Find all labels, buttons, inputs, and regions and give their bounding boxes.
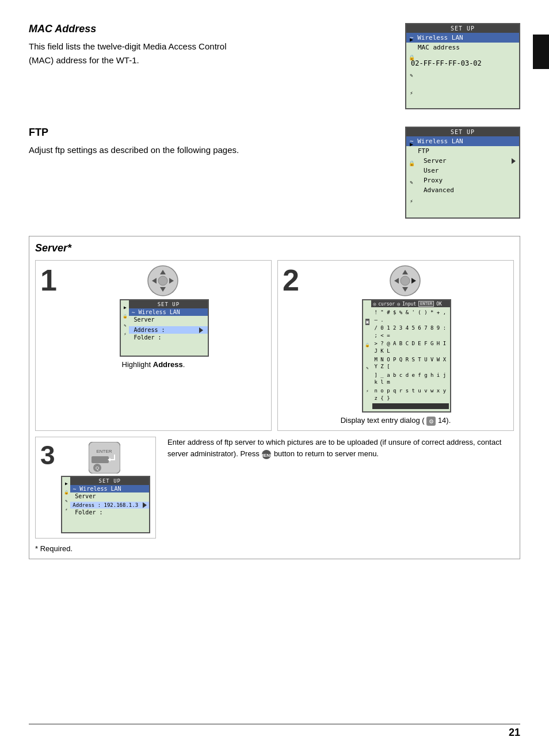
step3-lcd-address: Address : 192.168.1.3 bbox=[70, 502, 149, 509]
svg-text:ENTER: ENTER bbox=[96, 449, 112, 454]
mac-text: MAC Address This field lists the twelve-… bbox=[29, 23, 405, 67]
step1-lcd-wireless: ∼ Wireless LAN bbox=[129, 308, 208, 316]
controller2-icon bbox=[390, 265, 421, 297]
server-section: Server* 1 bbox=[29, 236, 520, 559]
lcd-mac-value: 02-FF-FF-FF-03-02 bbox=[406, 57, 519, 70]
step2-number: 2 bbox=[283, 265, 299, 295]
ftp-text: FTP Adjust ftp settings as described on … bbox=[29, 127, 405, 157]
step1-content: ▶ 🔒 ✎ ⚡ SET UP ∼ Wireless LAN Server bbox=[63, 265, 266, 357]
ftp-description: Adjust ftp settings as described on the … bbox=[29, 143, 394, 157]
mac-title: MAC Address bbox=[29, 23, 394, 35]
step3-lcd-folder: Folder : bbox=[70, 509, 149, 516]
ftp-lcd-server: Server bbox=[406, 156, 519, 166]
svg-rect-15 bbox=[92, 456, 109, 463]
step2-char-display: ! " # $ % & ' ( ) * + , – . / 0 1 2 3 4 … bbox=[371, 307, 450, 411]
step3-lcd-server-label: Server bbox=[70, 492, 149, 500]
step1-lcd-header: SET UP bbox=[129, 300, 208, 308]
lcd-mac-address-label: MAC address bbox=[406, 43, 519, 52]
ftp-lcd-proxy: Proxy bbox=[406, 175, 519, 185]
ftp-lcd-user: User bbox=[406, 166, 519, 175]
step1-lcd-server: Server bbox=[129, 316, 208, 323]
lcd-header-mac: SET UP bbox=[406, 24, 519, 33]
step2-cursor-row: ◎cursor ◎Input ENTEROK bbox=[371, 300, 450, 307]
step3-lcd: ▶ 🔒 ✎ ⚡ SET UP ∼ Wireless LAN Server bbox=[61, 476, 150, 533]
step3-lcd-header: SET UP bbox=[70, 477, 149, 485]
ftp-lcd-wireless: ∼ Wireless LAN bbox=[406, 136, 519, 146]
step2-box: 2 bbox=[277, 260, 514, 431]
step1-lcd-address: Address : bbox=[129, 326, 208, 334]
page: MAC Address This field lists the twelve-… bbox=[0, 0, 549, 756]
ftp-lcd-icons: ▶ 🔒 ✎ ⚡ bbox=[406, 128, 417, 217]
mac-description: This field lists the twelve-digit Media … bbox=[29, 40, 394, 67]
steps-row-12: 1 bbox=[35, 260, 514, 431]
ftp-lcd-advanced: Advanced bbox=[406, 185, 519, 195]
ftp-lcd-screen: ▶ 🔒 ✎ ⚡ SET UP ∼ Wireless LAN FTP Server… bbox=[405, 127, 520, 219]
lcd-selected-item: ∼ Wireless LAN bbox=[406, 33, 519, 43]
mac-section: MAC Address This field lists the twelve-… bbox=[29, 23, 520, 109]
step3-lcd-wireless: ∼ Wireless LAN bbox=[70, 485, 149, 492]
step2-caption: Display text entry dialog ( ⚙ 14). bbox=[341, 416, 451, 426]
ftp-lcd-header: SET UP bbox=[406, 128, 519, 136]
step1-number: 1 bbox=[40, 265, 57, 295]
svg-point-5 bbox=[158, 276, 167, 285]
right-tab bbox=[533, 35, 549, 69]
step2-lcd: ▣ 🔒 ✎ ⚡ ◎cursor ◎Input ENTEROK bbox=[362, 299, 451, 413]
step2-content: ▣ 🔒 ✎ ⚡ ◎cursor ◎Input ENTEROK bbox=[305, 265, 509, 413]
step3-description: Enter address of ftp server to which pic… bbox=[162, 437, 514, 539]
ftp-title: FTP bbox=[29, 127, 394, 139]
svg-point-11 bbox=[401, 276, 410, 285]
server-title: Server* bbox=[35, 242, 514, 254]
svg-text:MENU: MENU bbox=[261, 453, 272, 458]
step1-lcd-folder: Folder : bbox=[129, 334, 208, 341]
menu-button-icon: MENU bbox=[261, 449, 272, 460]
step3-row: 3 ENTER Q bbox=[35, 437, 514, 539]
page-number: 21 bbox=[509, 727, 520, 739]
step1-caption: Highlight Address. bbox=[122, 360, 185, 369]
bottom-line bbox=[29, 724, 520, 724]
step3-box: 3 ENTER Q bbox=[35, 437, 156, 539]
step3-number: 3 bbox=[40, 442, 55, 468]
icon-ref: ⚙ bbox=[426, 417, 436, 426]
controller-icon bbox=[147, 265, 179, 297]
required-note: * Required. bbox=[35, 544, 514, 553]
step1-box: 1 bbox=[35, 260, 272, 431]
lcd-icons: ▶ 🔒 ✎ ⚡ bbox=[406, 24, 417, 108]
enter-button-icon: ENTER Q bbox=[89, 442, 120, 474]
svg-text:⚙: ⚙ bbox=[429, 418, 434, 425]
ftp-section: FTP Adjust ftp settings as described on … bbox=[29, 127, 520, 219]
step2-inner: 2 bbox=[283, 265, 509, 413]
mac-lcd-screen: ▶ 🔒 ✎ ⚡ SET UP ∼ Wireless LAN MAC addres… bbox=[405, 23, 520, 109]
ftp-lcd-ftp-label: FTP bbox=[406, 146, 519, 156]
svg-text:Q: Q bbox=[96, 465, 99, 471]
step1-lcd: ▶ 🔒 ✎ ⚡ SET UP ∼ Wireless LAN Server bbox=[120, 299, 209, 357]
step1-inner: 1 bbox=[40, 265, 266, 357]
